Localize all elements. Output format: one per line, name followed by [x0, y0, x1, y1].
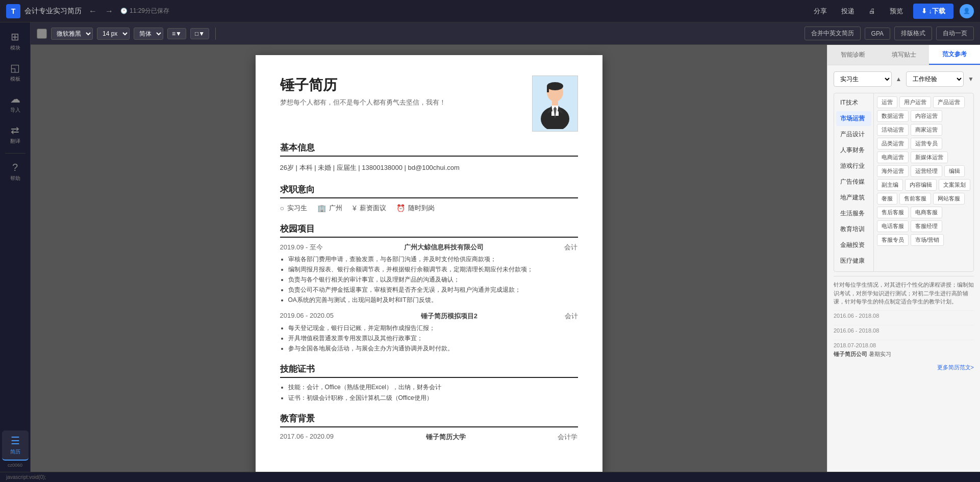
more-samples-link[interactable]: 更多简历范文> [937, 364, 974, 370]
resume-label: 简历 [10, 448, 20, 455]
color-picker-button[interactable] [37, 29, 47, 39]
tag-category-op[interactable]: 品类运营 [877, 138, 909, 149]
tab-smart-diag[interactable]: 智能诊断 [827, 45, 878, 65]
tag-merchant-op[interactable]: 商家运营 [911, 124, 942, 136]
job-intent-title: 求职意向 [280, 184, 578, 198]
gpa-button[interactable]: GPA [865, 28, 890, 40]
layout-button[interactable]: □▼ [190, 28, 209, 39]
resume-canvas[interactable]: 锤子简历 梦想每个人都有，但不是每个人都有勇气去坚信，我有！ [31, 45, 827, 472]
cat-life[interactable]: 生活服务 [836, 206, 871, 221]
basic-info-content: 26岁 | 本科 | 未婚 | 应届生 | 13800138000 | bd@1… [280, 162, 578, 173]
modules-label: 模块 [10, 44, 20, 52]
tag-editor[interactable]: 编辑 [944, 165, 965, 177]
pitch-button[interactable]: 投递 [837, 5, 859, 18]
merge-cn-en-button[interactable]: 合并中英文简历 [805, 27, 861, 40]
person-svg [535, 78, 575, 129]
tag-pre-sales[interactable]: 售前客服 [899, 193, 931, 205]
download-button[interactable]: ⬇ ↓下载 [913, 4, 954, 19]
one-page-button[interactable]: 自动一页 [936, 27, 974, 40]
translate-label: 翻译 [10, 138, 20, 145]
font-family-select[interactable]: 微软雅黑 [51, 28, 93, 40]
intent-label-1: 广州 [329, 204, 342, 213]
tag-data-op[interactable]: 数据运营 [877, 110, 909, 122]
cat-market[interactable]: 市场运营 [836, 111, 871, 126]
tag-phone-service[interactable]: 电话客服 [877, 220, 909, 232]
tag-yunying[interactable]: 运营 [877, 96, 897, 108]
tag-deputy-editor[interactable]: 副主编 [877, 179, 903, 191]
cat-medical[interactable]: 医疗健康 [836, 253, 871, 268]
sidebar-item-modules[interactable]: ⊞ 模块 [2, 27, 29, 56]
top-bar: T 会计专业实习简历 ← → 🕐 11:29分已保存 分享 投递 🖨 预览 ⬇ … [0, 0, 980, 22]
basic-info-title: 基本信息 [280, 142, 578, 157]
tag-market-sales[interactable]: 市场/营销 [911, 234, 944, 246]
tab-fill-tips[interactable]: 填写贴士 [878, 45, 929, 65]
intent-icon-1: 🏢 [317, 204, 326, 212]
skills-title: 技能证书 [280, 363, 578, 378]
sidebar-item-help[interactable]: ? 帮助 [2, 158, 29, 186]
cat-hr[interactable]: 人事财务 [836, 143, 871, 158]
ref-desc: 针对每位学生情况，对其进行个性化的课程讲授；编制知识考试，对所学知识进行测试；对… [834, 276, 974, 310]
format-button[interactable]: 排版格式 [894, 27, 932, 40]
exp-type-right-select[interactable]: 工作经验 实习 校园 [906, 71, 964, 87]
sidebar-item-translate[interactable]: ⇄ 翻译 [2, 120, 29, 149]
project-bullets-0: 审核各部门费用申请，查验发票，与各部门沟通，并及时支付给供应商款项； 编制周报月… [280, 255, 578, 305]
tag-content-op[interactable]: 内容运营 [911, 110, 942, 122]
sidebar-item-templates[interactable]: ◱ 模板 [2, 58, 29, 87]
intent-label-3: 随时到岗 [408, 204, 435, 213]
tag-web-service[interactable]: 网站客服 [933, 193, 965, 205]
back-button[interactable]: ← [86, 6, 100, 17]
top-bar-right: 分享 投递 🖨 预览 ⬇ ↓下载 👤 [810, 4, 974, 19]
tag-newmedia-op[interactable]: 新媒体运营 [911, 151, 948, 163]
cat-it[interactable]: IT技术 [836, 95, 871, 110]
import-icon: ☁ [10, 93, 20, 105]
tag-luxury[interactable]: 奢服 [877, 193, 897, 205]
tag-ecom-op[interactable]: 电商运营 [877, 151, 909, 163]
font-style-select[interactable]: 简体 [134, 28, 163, 40]
resume-header: 锤子简历 梦想每个人都有，但不是每个人都有勇气去坚信，我有！ [280, 75, 578, 132]
tag-copywriting[interactable]: 文案策划 [939, 179, 970, 191]
share-button[interactable]: 分享 [810, 5, 831, 18]
project-item-0: 2019.09 - 至今 广州大鲸信息科技有限公司 会计 审核各部门费用申请，查… [280, 243, 578, 305]
cat-game[interactable]: 游戏行业 [836, 159, 871, 173]
forward-button[interactable]: → [102, 6, 116, 17]
list-style-button[interactable]: ≡▼ [167, 28, 186, 39]
bullet-0-3: 负责公司不动产押金抵退事宜，审核资料是否齐全无误，及时与租户沟通并完成退款； [288, 286, 578, 294]
save-status-text: 11:29分已保存 [130, 7, 169, 15]
timeline-item-0: 2016.06 - 2018.08 [834, 310, 974, 321]
print-button[interactable]: 🖨 [865, 5, 880, 17]
project-header-0: 2019.09 - 至今 广州大鲸信息科技有限公司 会计 [280, 243, 578, 252]
tag-op-manager[interactable]: 运营经理 [911, 165, 942, 177]
preview-button[interactable]: 预览 [886, 5, 907, 18]
user-avatar[interactable]: 👤 [960, 4, 974, 18]
tag-service-specialist[interactable]: 客服专员 [877, 234, 909, 246]
sidebar-item-resume[interactable]: ☰ 简历 [2, 430, 29, 461]
skill-item-0: 技能：会计，Office（熟练使用Excel），出纳，财务会计 [288, 383, 578, 392]
campus-projects-section: 校园项目 2019.09 - 至今 广州大鲸信息科技有限公司 会计 审核各部门费… [280, 223, 578, 353]
job-intent-items: ○ 实习生 🏢 广州 ¥ 薪资面议 [280, 204, 578, 213]
tag-ecom-service[interactable]: 电商客服 [911, 207, 942, 218]
tag-user-op[interactable]: 用户运营 [899, 96, 931, 108]
tag-service-manager[interactable]: 客服经理 [911, 220, 942, 232]
tag-overseas-op[interactable]: 海外运营 [877, 165, 909, 177]
cat-product[interactable]: 产品设计 [836, 127, 871, 142]
doc-title: 会计专业实习简历 [24, 7, 82, 16]
tag-content-editor[interactable]: 内容编辑 [905, 179, 937, 191]
svg-rect-4 [552, 101, 558, 106]
exp-type-left-select[interactable]: 实习生 应届生 工作经验 [834, 71, 892, 87]
tag-prod-op[interactable]: 产品运营 [933, 96, 965, 108]
cat-ad[interactable]: 广告传媒 [836, 174, 871, 189]
cat-realestate[interactable]: 地产建筑 [836, 190, 871, 205]
tag-after-sales[interactable]: 售后客服 [877, 207, 909, 218]
templates-label: 模板 [10, 75, 20, 83]
cat-finance[interactable]: 金融投资 [836, 238, 871, 252]
sidebar-item-import[interactable]: ☁ 导入 [2, 89, 29, 118]
tab-sample-ref[interactable]: 范文参考 [929, 45, 980, 65]
intent-label-0: 实习生 [287, 204, 307, 213]
exp-type-arrow-2: ▼ [968, 75, 974, 83]
tag-op-specialist[interactable]: 运营专员 [911, 138, 942, 149]
project-item-1: 2019.06 - 2020.05 锤子简历模拟项目2 会计 每天登记现金，银行… [280, 312, 578, 353]
cat-edu[interactable]: 教育培训 [836, 222, 871, 237]
font-size-select[interactable]: 14 px [97, 28, 130, 40]
app-icon: T [6, 4, 20, 18]
tag-event-op[interactable]: 活动运营 [877, 124, 909, 136]
